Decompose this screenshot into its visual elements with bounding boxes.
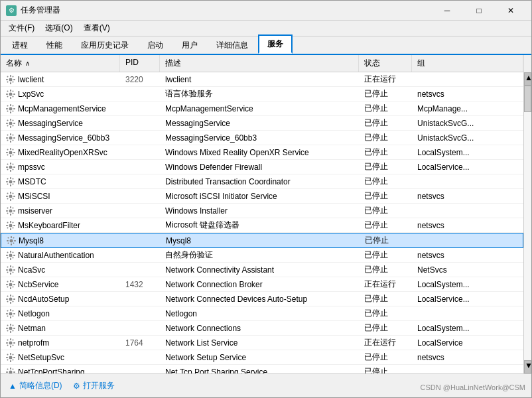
tab-users[interactable]: 用户 <box>173 36 206 54</box>
col-header-group[interactable]: 组 <box>412 55 523 72</box>
cell-group <box>412 312 523 315</box>
close-button[interactable]: ✕ <box>496 3 526 19</box>
svg-rect-100 <box>11 236 12 238</box>
svg-rect-80 <box>12 198 14 200</box>
svg-rect-22 <box>13 108 15 109</box>
table-row[interactable]: MSiSCSI Microsoft iSCSI Initiator Servic… <box>1 189 523 204</box>
svg-rect-50 <box>7 149 9 151</box>
svg-rect-25 <box>7 110 9 112</box>
col-header-pid[interactable]: PID <box>120 55 160 72</box>
table-row[interactable]: MessagingService MessagingService 已停止 Un… <box>1 116 523 131</box>
svg-rect-179 <box>12 359 14 361</box>
svg-rect-185 <box>7 368 9 370</box>
tab-startup[interactable]: 启动 <box>139 36 172 54</box>
cell-desc: Mysql8 <box>161 235 360 247</box>
table-row[interactable]: MsKeyboardFilter Microsoft 键盘筛选器 已停止 net… <box>1 218 523 233</box>
table-row[interactable]: Netlogon Netlogon 已停止 <box>1 306 523 321</box>
cell-pid <box>120 166 160 168</box>
svg-rect-172 <box>10 353 11 355</box>
svg-rect-35 <box>12 125 14 127</box>
svg-rect-44 <box>12 139 14 141</box>
svg-rect-114 <box>12 251 14 253</box>
svg-rect-98 <box>12 227 14 229</box>
table-row[interactable]: LxpSvc 语言体验服务 已停止 netsvcs <box>1 87 523 101</box>
table-row[interactable]: lwclient 3220 lwclient 正在运行 <box>1 72 523 87</box>
table-row[interactable]: MSDTC Distributed Transaction Coordinato… <box>1 174 523 189</box>
service-icon <box>6 367 15 374</box>
tab-details[interactable]: 详细信息 <box>208 36 257 54</box>
tab-app-history[interactable]: 应用历史记录 <box>72 36 137 54</box>
service-icon <box>6 221 15 230</box>
table-row[interactable]: NcaSvc Network Connectivity Assistant 已停… <box>1 263 523 277</box>
table-row[interactable]: Mysql8 Mysql8 已停止 <box>1 233 523 248</box>
svg-rect-73 <box>10 192 11 194</box>
tab-process[interactable]: 进程 <box>3 36 36 54</box>
svg-rect-66 <box>6 181 8 182</box>
cell-service-name: lwclient <box>1 74 120 86</box>
svg-rect-85 <box>13 210 15 212</box>
menu-file[interactable]: 文件(F) <box>3 21 40 35</box>
col-header-desc[interactable]: 描述 <box>160 55 359 72</box>
minimize-button[interactable]: ─ <box>432 3 462 19</box>
cell-group: LocalService... <box>412 293 523 305</box>
service-icon <box>6 280 15 289</box>
table-row[interactable]: NaturalAuthentication 自然身份验证 已停止 netsvcs <box>1 248 523 263</box>
svg-rect-124 <box>7 271 9 273</box>
scroll-thumb[interactable] <box>524 86 531 112</box>
table-row[interactable]: Netman Network Connections 已停止 LocalSyst… <box>1 321 523 336</box>
scroll-down-arrow[interactable]: ▼ <box>524 360 531 373</box>
col-header-status[interactable]: 状态 <box>359 55 412 72</box>
cell-pid <box>120 224 160 227</box>
svg-rect-177 <box>12 354 14 356</box>
table-row[interactable]: NetSetupSvc Network Setup Service 已停止 ne… <box>1 350 523 365</box>
table-row[interactable]: NetTcpPortSharing Net.Tcp Port Sharing S… <box>1 365 523 373</box>
cell-pid <box>120 327 160 330</box>
svg-rect-47 <box>10 155 11 157</box>
cell-service-name: MessagingService_60bb3 <box>1 132 120 144</box>
cell-desc: Microsoft iSCSI Initiator Service <box>160 190 359 202</box>
scroll-up-arrow[interactable]: ▲ <box>524 72 531 86</box>
svg-rect-141 <box>12 295 14 297</box>
svg-rect-164 <box>10 346 11 348</box>
table-row[interactable]: msiserver Windows Installer 已停止 <box>1 204 523 218</box>
svg-rect-20 <box>10 111 11 113</box>
svg-rect-105 <box>13 237 15 239</box>
svg-rect-169 <box>7 344 9 346</box>
svg-rect-5 <box>7 76 9 78</box>
cell-pid <box>120 151 160 154</box>
table-row[interactable]: NcbService 1432 Network Connection Broke… <box>1 277 523 292</box>
svg-rect-19 <box>10 104 11 106</box>
table-body[interactable]: lwclient 3220 lwclient 正在运行 LxpSvc 语言体验服… <box>1 72 523 373</box>
cell-status: 已停止 <box>359 365 412 373</box>
tab-performance[interactable]: 性能 <box>38 36 71 54</box>
cell-pid <box>120 180 160 183</box>
svg-rect-132 <box>12 281 14 283</box>
table-row[interactable]: McpManagementService McpManagementServic… <box>1 101 523 116</box>
open-services-link[interactable]: ⚙ 打开服务 <box>73 380 115 391</box>
cell-group: NetSvcs <box>412 264 523 276</box>
table-row[interactable]: NcdAutoSetup Network Connected Devices A… <box>1 292 523 306</box>
table-header-row: 名称 ∧ PID 描述 状态 组 <box>1 55 531 72</box>
cell-service-name: Netlogon <box>1 308 120 320</box>
cell-group: netsvcs <box>412 220 523 232</box>
col-header-name[interactable]: 名称 ∧ <box>1 55 120 72</box>
table-row[interactable]: MessagingService_60bb3 MessagingService_… <box>1 131 523 145</box>
table-row[interactable]: mpssvc Windows Defender Firewall 已停止 Loc… <box>1 160 523 174</box>
cell-service-name: McpManagementService <box>1 103 120 115</box>
cell-service-name: MSDTC <box>1 176 120 188</box>
menu-options[interactable]: 选项(O) <box>40 21 78 35</box>
cell-pid <box>120 107 160 110</box>
cell-status: 已停止 <box>360 233 413 247</box>
tab-services[interactable]: 服务 <box>258 34 293 54</box>
svg-rect-181 <box>10 367 11 369</box>
scrollbar[interactable]: ▲ ▼ <box>523 72 531 373</box>
maximize-button[interactable]: □ <box>464 3 494 19</box>
table-row[interactable]: netprofm 1764 Network List Service 正在运行 … <box>1 336 523 350</box>
svg-rect-67 <box>13 181 15 182</box>
brief-info-link[interactable]: ▲ 简略信息(D) <box>9 380 62 391</box>
table-row[interactable]: MixedRealityOpenXRSvc Windows Mixed Real… <box>1 145 523 160</box>
menu-view[interactable]: 查看(V) <box>78 21 115 35</box>
cell-desc: Net.Tcp Port Sharing Service <box>160 366 359 374</box>
cell-status: 已停止 <box>359 116 412 130</box>
svg-rect-42 <box>12 134 14 136</box>
